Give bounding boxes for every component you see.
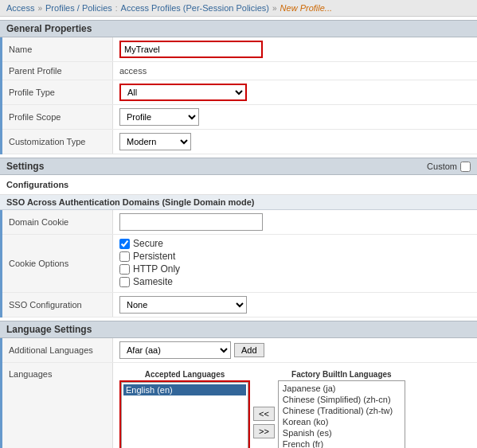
sso-config-value-cell: None Custom [113,293,478,317]
secure-label: Secure [133,238,163,249]
accepted-languages-container: Accepted Languages English (en) [119,370,250,448]
breadcrumb-arrow-1: » [37,4,42,13]
parent-profile-text: access [119,66,147,76]
profile-type-value-cell: All LTM SSL-VPN SWG-Explicit SWG-Transpa… [113,80,478,105]
settings-label: Settings [6,161,427,172]
additional-languages-label: Additional Languages [2,338,113,363]
move-right-button[interactable]: >> [253,424,275,438]
domain-cookie-input[interactable] [119,213,263,231]
breadcrumb-current: New Profile... [280,3,332,13]
accepted-languages-list[interactable]: English (en) [121,382,248,448]
settings-section: Settings Custom [0,158,477,175]
persistent-checkbox[interactable] [119,251,130,262]
factory-lang-item-zh-tw[interactable]: Chinese (Traditional) (zh-tw) [280,405,403,416]
name-label: Name [2,37,113,62]
profile-type-row: Profile Type All LTM SSL-VPN SWG-Explici… [2,80,478,105]
samesite-label: Samesite [133,276,173,287]
breadcrumb: Access » Profiles / Policies : Access Pr… [0,0,477,17]
factory-lang-item-ja[interactable]: Japanese (ja) [280,383,403,394]
accepted-lang-item-english[interactable]: English (en) [123,384,246,395]
http-only-option: HTTP Only [119,263,471,275]
name-row: Name [2,37,478,62]
profile-scope-label: Profile Scope [2,105,113,130]
factory-languages-list[interactable]: Japanese (ja) Chinese (Simplified) (zh-c… [278,380,405,448]
cookie-options-label: Cookie Options [2,235,113,293]
profile-scope-value-cell: Profile Named Global [113,105,478,130]
parent-profile-label: Parent Profile [2,62,113,80]
custom-group: Custom [427,162,471,172]
additional-languages-controls: Afar (aa) Abkhazian (ab) Afrikaans (af) … [119,341,471,359]
languages-area: Accepted Languages English (en) << >> Fa… [119,366,471,448]
cookie-options-row: Cookie Options Secure Persistent HTTP On… [2,235,478,293]
cookie-options-value-cell: Secure Persistent HTTP Only Samesite [113,235,478,293]
secure-option: Secure [119,238,471,249]
accepted-languages-title: Accepted Languages [145,370,225,379]
persistent-option: Persistent [119,251,471,262]
general-properties-table: Name Parent Profile access Profile Type … [0,37,477,154]
profile-type-select[interactable]: All LTM SSL-VPN SWG-Explicit SWG-Transpa… [119,84,247,101]
factory-languages-title: Factory BuiltIn Languages [291,370,392,379]
custom-checkbox[interactable] [460,162,471,172]
http-only-label: HTTP Only [133,263,180,275]
parent-profile-value: access [113,62,478,80]
profile-scope-row: Profile Scope Profile Named Global [2,105,478,130]
general-properties-header: General Properties [0,20,477,37]
profile-scope-select[interactable]: Profile Named Global [119,108,199,126]
sso-config-label: SSO Configuration [2,293,113,317]
breadcrumb-profiles[interactable]: Profiles / Policies [45,3,112,13]
factory-lang-item-ko[interactable]: Korean (ko) [280,416,403,427]
accepted-languages-border: English (en) [119,380,250,448]
sso-config-select[interactable]: None Custom [119,296,247,314]
persistent-label: Persistent [133,251,175,262]
samesite-checkbox[interactable] [119,277,130,287]
factory-languages-container: Factory BuiltIn Languages Japanese (ja) … [278,370,405,448]
language-settings-header: Language Settings [0,321,477,338]
additional-languages-value-cell: Afar (aa) Abkhazian (ab) Afrikaans (af) … [113,338,478,363]
language-arrows: << >> [253,407,275,438]
languages-value-cell: Accepted Languages English (en) << >> Fa… [113,363,478,449]
sso-header: SSO Across Authentication Domains (Singl… [0,195,477,210]
domain-cookie-row: Domain Cookie [2,210,478,235]
customization-type-label: Customization Type [2,130,113,154]
sso-table: Domain Cookie Cookie Options Secure Pers… [0,210,477,317]
domain-cookie-label: Domain Cookie [2,210,113,235]
profile-type-label: Profile Type [2,80,113,105]
factory-lang-item-es[interactable]: Spanish (es) [280,427,403,438]
additional-languages-row: Additional Languages Afar (aa) Abkhazian… [2,338,478,363]
name-value-cell [113,37,478,62]
factory-lang-item-zh-cn[interactable]: Chinese (Simplified) (zh-cn) [280,394,403,405]
name-input[interactable] [119,41,263,58]
samesite-option: Samesite [119,276,471,287]
http-only-checkbox[interactable] [119,264,130,275]
languages-label: Languages [2,363,113,449]
breadcrumb-arrow-3: » [272,4,277,13]
domain-cookie-value-cell [113,210,478,235]
breadcrumb-arrow-2: : [115,4,118,13]
move-left-button[interactable]: << [253,407,275,421]
customization-type-select[interactable]: Modern Standard [119,133,191,150]
configurations-label: Configurations [6,178,471,191]
sso-config-row: SSO Configuration None Custom [2,293,478,317]
customization-type-row: Customization Type Modern Standard [2,130,478,154]
languages-row: Languages Accepted Languages English (en… [2,363,478,449]
custom-label: Custom [427,162,457,171]
breadcrumb-access[interactable]: Access [6,3,34,13]
additional-languages-select[interactable]: Afar (aa) Abkhazian (ab) Afrikaans (af) [119,341,231,359]
customization-type-value-cell: Modern Standard [113,130,478,154]
parent-profile-row: Parent Profile access [2,62,478,80]
language-settings-table: Additional Languages Afar (aa) Abkhazian… [0,338,477,448]
factory-lang-item-fr[interactable]: French (fr) [280,438,403,448]
add-language-button[interactable]: Add [234,343,264,357]
breadcrumb-access-profiles[interactable]: Access Profiles (Per-Session Policies) [121,3,269,13]
secure-checkbox[interactable] [119,239,130,249]
